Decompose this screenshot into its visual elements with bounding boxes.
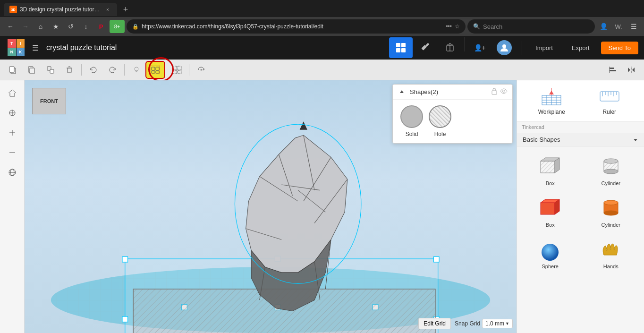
ruler-icon — [598, 86, 621, 107]
menu-button[interactable]: ☰ — [627, 20, 640, 33]
box-button[interactable] — [438, 37, 462, 58]
hands-icon — [597, 237, 625, 261]
shapes-grid: Box Cylinder — [517, 146, 644, 277]
svg-rect-21 — [156, 67, 159, 70]
download-button[interactable]: ↓ — [79, 20, 93, 33]
tab-close-button[interactable]: × — [104, 6, 111, 13]
snap-value-control[interactable]: 1.0 mm ▼ — [482, 319, 513, 328]
search-box[interactable]: 🔍 Search — [467, 19, 595, 34]
delete-button[interactable] — [60, 62, 78, 78]
shapes-count-label: Shapes(2) — [410, 88, 491, 95]
active-tab[interactable]: 3D 3D design crystal puzzle tutoria... × — [4, 3, 117, 16]
snap-value-text: 1.0 mm — [485, 320, 504, 327]
add-tool[interactable] — [3, 124, 21, 142]
refresh-button[interactable]: ↺ — [64, 20, 77, 33]
more-icon[interactable]: ••• — [446, 23, 452, 30]
back-button[interactable]: ← — [4, 20, 17, 33]
import-button[interactable]: Import — [528, 42, 560, 54]
logo-cell-t: T — [8, 39, 16, 48]
right-panel: Workplane — [517, 80, 644, 333]
svg-rect-77 — [492, 91, 497, 94]
ruler-tool[interactable]: Ruler — [583, 86, 637, 115]
send-to-button[interactable]: Send To — [601, 42, 638, 54]
undo-button[interactable] — [85, 62, 102, 78]
project-title[interactable]: crystal puzzle tutorial — [46, 43, 117, 52]
bookmark-button[interactable]: ★ — [49, 20, 62, 33]
subtract-tool[interactable] — [3, 144, 21, 162]
paste-button[interactable] — [23, 62, 41, 78]
svg-marker-34 — [628, 68, 630, 72]
box-red-icon — [536, 196, 564, 219]
tab-favicon: 3D — [9, 6, 17, 13]
shapes-dropdown[interactable]: Basic Shapes — [517, 133, 644, 146]
svg-point-102 — [604, 159, 618, 163]
shape-label-box-gray: Box — [546, 180, 555, 186]
group-button[interactable] — [145, 61, 165, 79]
header-separator — [465, 37, 465, 51]
shapes-category-header: Tinkercad — [517, 121, 644, 133]
ungroup-button[interactable] — [168, 62, 186, 78]
addon-button[interactable]: 8+ — [110, 20, 125, 33]
copy-button[interactable] — [4, 62, 22, 78]
tinkercad-logo[interactable]: T I N K — [6, 37, 26, 58]
redo-button[interactable] — [103, 62, 121, 78]
edit-grid-button[interactable]: Edit Grid — [418, 318, 451, 329]
nav-bar: ← → ⌂ ★ ↺ ↓ P 8+ 🔒 https://www.tinkercad… — [0, 17, 644, 36]
export-button[interactable]: Export — [564, 42, 597, 54]
shape-item-hands[interactable]: Hands — [582, 233, 641, 273]
collapse-button[interactable] — [398, 88, 406, 96]
home-tool[interactable] — [3, 84, 21, 102]
shape-label-hands: Hands — [603, 264, 619, 269]
basic-shapes-label: Basic Shapes — [523, 136, 560, 143]
add-person-button[interactable]: 👤+ — [468, 37, 491, 58]
duplicate-button[interactable] — [42, 62, 59, 78]
avatar-button[interactable] — [492, 37, 516, 58]
svg-rect-25 — [173, 66, 177, 70]
visibility-icon[interactable] — [500, 87, 508, 96]
main-area: FRONT — [0, 80, 644, 333]
browser-icons: 👤 W. ☰ — [597, 20, 640, 33]
search-placeholder: Search — [483, 23, 502, 30]
svg-marker-35 — [632, 68, 635, 72]
select-tool[interactable] — [3, 104, 21, 122]
svg-point-108 — [604, 200, 618, 205]
lock-icon[interactable] — [491, 87, 498, 96]
star-icon[interactable]: ☆ — [455, 23, 460, 30]
svg-point-78 — [503, 90, 505, 93]
grid-view-button[interactable] — [389, 37, 413, 58]
shape-item-box-red[interactable]: Box — [521, 192, 580, 231]
svg-rect-49 — [433, 256, 439, 262]
viewport[interactable]: FRONT — [25, 80, 517, 333]
mirror-button[interactable] — [622, 62, 640, 78]
rotate-button[interactable] — [192, 62, 210, 78]
workplane-tool[interactable]: Workplane — [525, 86, 579, 115]
hole-label: Hole — [434, 131, 446, 137]
svg-rect-10 — [9, 67, 14, 72]
bulb-button[interactable] — [127, 62, 145, 78]
hole-option[interactable]: Hole — [429, 105, 451, 137]
profile-button[interactable]: 👤 — [597, 20, 610, 33]
pinterest-button[interactable]: P — [94, 20, 108, 33]
shape-item-cylinder-orange[interactable]: Cylinder — [582, 192, 641, 231]
new-tab-button[interactable]: + — [119, 3, 132, 16]
solid-option[interactable]: Solid — [400, 105, 423, 137]
hammer-button[interactable] — [414, 37, 437, 58]
coordinate-tool[interactable] — [3, 163, 21, 181]
shape-item-box-gray[interactable]: Box — [521, 150, 580, 190]
home-button[interactable]: ⌂ — [34, 20, 47, 33]
svg-point-110 — [542, 244, 559, 261]
tinkercad-app: T I N K ☰ crystal puzzle tutorial — [0, 36, 644, 333]
snap-grid-control: Snap Grid 1.0 mm ▼ — [455, 319, 513, 328]
shape-item-sphere-blue[interactable]: Sphere — [521, 233, 580, 273]
snap-arrow-icon: ▼ — [505, 321, 509, 326]
shape-item-cylinder-gray[interactable]: Cylinder — [582, 150, 641, 190]
w-button[interactable]: W. — [612, 20, 625, 33]
logo-cell-i: I — [17, 39, 25, 48]
address-bar[interactable]: 🔒 https://www.tinkercad.com/things/6lsyl… — [127, 19, 466, 34]
selection-header: Shapes(2) — [393, 85, 512, 100]
toolbar-sep-3 — [189, 64, 189, 76]
solid-label: Solid — [406, 131, 418, 137]
app-menu-icon[interactable]: ☰ — [30, 42, 41, 54]
forward-button[interactable]: → — [19, 20, 32, 33]
align-left-button[interactable] — [603, 62, 621, 78]
